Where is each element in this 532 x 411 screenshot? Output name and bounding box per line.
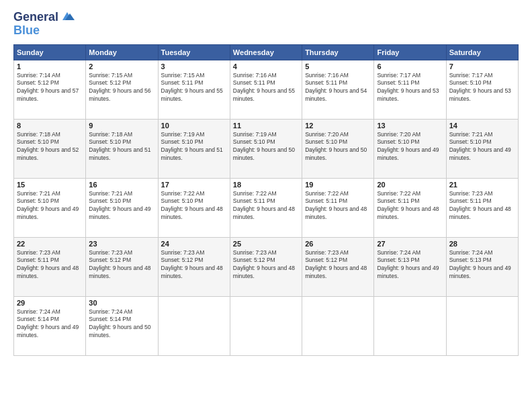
calendar-day-cell: 15Sunrise: 7:21 AMSunset: 5:10 PMDayligh… xyxy=(14,178,86,237)
day-number: 27 xyxy=(377,240,443,248)
calendar-header-row: SundayMondayTuesdayWednesdayThursdayFrid… xyxy=(14,44,519,60)
calendar-day-cell: 3Sunrise: 7:15 AMSunset: 5:11 PMDaylight… xyxy=(158,60,230,119)
day-number: 26 xyxy=(305,240,371,248)
calendar-header-sunday: Sunday xyxy=(14,44,86,60)
calendar-header-thursday: Thursday xyxy=(302,44,374,60)
calendar-table: SundayMondayTuesdayWednesdayThursdayFrid… xyxy=(13,44,519,356)
calendar-day-cell: 13Sunrise: 7:20 AMSunset: 5:10 PMDayligh… xyxy=(374,119,446,178)
calendar-day-cell: 16Sunrise: 7:21 AMSunset: 5:10 PMDayligh… xyxy=(86,178,158,237)
day-number: 9 xyxy=(89,122,154,130)
page: General Blue SundayMondayTuesdayWednesda… xyxy=(0,0,532,411)
day-number: 7 xyxy=(449,62,515,71)
day-number: 29 xyxy=(17,299,83,307)
day-detail: Sunrise: 7:22 AMSunset: 5:11 PMDaylight:… xyxy=(305,190,371,222)
day-number: 24 xyxy=(161,240,227,248)
calendar-day-cell: 20Sunrise: 7:22 AMSunset: 5:11 PMDayligh… xyxy=(374,178,446,237)
calendar-day-cell: 9Sunrise: 7:18 AMSunset: 5:10 PMDaylight… xyxy=(86,119,158,178)
calendar-day-cell xyxy=(230,296,302,355)
calendar-header-friday: Friday xyxy=(374,44,446,60)
calendar-day-cell: 30Sunrise: 7:24 AMSunset: 5:14 PMDayligh… xyxy=(86,296,158,355)
calendar-week-row: 1Sunrise: 7:14 AMSunset: 5:12 PMDaylight… xyxy=(14,60,519,119)
calendar-day-cell: 26Sunrise: 7:23 AMSunset: 5:12 PMDayligh… xyxy=(302,237,374,296)
calendar-day-cell: 27Sunrise: 7:24 AMSunset: 5:13 PMDayligh… xyxy=(374,237,446,296)
calendar-day-cell: 29Sunrise: 7:24 AMSunset: 5:14 PMDayligh… xyxy=(14,296,86,355)
calendar-day-cell: 14Sunrise: 7:21 AMSunset: 5:10 PMDayligh… xyxy=(446,119,518,178)
calendar-header-wednesday: Wednesday xyxy=(230,44,302,60)
day-number: 5 xyxy=(305,62,371,71)
calendar-day-cell: 22Sunrise: 7:23 AMSunset: 5:11 PMDayligh… xyxy=(14,237,86,296)
day-detail: Sunrise: 7:23 AMSunset: 5:12 PMDaylight:… xyxy=(89,249,154,281)
calendar-day-cell: 28Sunrise: 7:24 AMSunset: 5:13 PMDayligh… xyxy=(446,237,518,296)
day-number: 17 xyxy=(161,181,227,189)
logo-icon xyxy=(60,11,75,23)
calendar-header-saturday: Saturday xyxy=(446,44,518,60)
day-number: 23 xyxy=(89,240,154,248)
day-detail: Sunrise: 7:23 AMSunset: 5:12 PMDaylight:… xyxy=(233,249,299,281)
calendar-day-cell: 11Sunrise: 7:19 AMSunset: 5:10 PMDayligh… xyxy=(230,119,302,178)
day-detail: Sunrise: 7:21 AMSunset: 5:10 PMDaylight:… xyxy=(449,131,515,163)
calendar-day-cell: 7Sunrise: 7:17 AMSunset: 5:10 PMDaylight… xyxy=(446,60,518,119)
day-detail: Sunrise: 7:21 AMSunset: 5:10 PMDaylight:… xyxy=(89,190,154,222)
day-detail: Sunrise: 7:16 AMSunset: 5:11 PMDaylight:… xyxy=(305,72,371,104)
calendar-day-cell xyxy=(374,296,446,355)
day-number: 20 xyxy=(377,181,443,189)
day-number: 28 xyxy=(449,240,515,248)
day-detail: Sunrise: 7:21 AMSunset: 5:10 PMDaylight:… xyxy=(17,190,83,222)
day-number: 1 xyxy=(17,62,83,71)
calendar-day-cell: 25Sunrise: 7:23 AMSunset: 5:12 PMDayligh… xyxy=(230,237,302,296)
calendar-day-cell: 21Sunrise: 7:23 AMSunset: 5:11 PMDayligh… xyxy=(446,178,518,237)
calendar-day-cell: 8Sunrise: 7:18 AMSunset: 5:10 PMDaylight… xyxy=(14,119,86,178)
day-detail: Sunrise: 7:23 AMSunset: 5:12 PMDaylight:… xyxy=(305,249,371,281)
day-number: 11 xyxy=(233,122,299,130)
calendar-day-cell xyxy=(446,296,518,355)
calendar-day-cell: 10Sunrise: 7:19 AMSunset: 5:10 PMDayligh… xyxy=(158,119,230,178)
calendar-day-cell xyxy=(158,296,230,355)
calendar-day-cell: 24Sunrise: 7:23 AMSunset: 5:12 PMDayligh… xyxy=(158,237,230,296)
calendar-day-cell: 5Sunrise: 7:16 AMSunset: 5:11 PMDaylight… xyxy=(302,60,374,119)
day-detail: Sunrise: 7:18 AMSunset: 5:10 PMDaylight:… xyxy=(89,131,154,163)
logo-blue: Blue xyxy=(13,24,40,38)
day-detail: Sunrise: 7:23 AMSunset: 5:12 PMDaylight:… xyxy=(161,249,227,281)
calendar-week-row: 15Sunrise: 7:21 AMSunset: 5:10 PMDayligh… xyxy=(14,178,519,237)
day-number: 30 xyxy=(89,299,154,307)
day-detail: Sunrise: 7:17 AMSunset: 5:10 PMDaylight:… xyxy=(449,72,515,104)
calendar-day-cell: 6Sunrise: 7:17 AMSunset: 5:11 PMDaylight… xyxy=(374,60,446,119)
day-detail: Sunrise: 7:22 AMSunset: 5:11 PMDaylight:… xyxy=(233,190,299,222)
day-detail: Sunrise: 7:14 AMSunset: 5:12 PMDaylight:… xyxy=(17,72,83,104)
day-detail: Sunrise: 7:16 AMSunset: 5:11 PMDaylight:… xyxy=(233,72,299,104)
day-number: 21 xyxy=(449,181,515,189)
day-detail: Sunrise: 7:15 AMSunset: 5:12 PMDaylight:… xyxy=(89,72,154,104)
day-detail: Sunrise: 7:18 AMSunset: 5:10 PMDaylight:… xyxy=(17,131,83,163)
day-number: 2 xyxy=(89,62,154,71)
day-detail: Sunrise: 7:15 AMSunset: 5:11 PMDaylight:… xyxy=(161,72,227,104)
calendar-week-row: 22Sunrise: 7:23 AMSunset: 5:11 PMDayligh… xyxy=(14,237,519,296)
calendar-day-cell: 1Sunrise: 7:14 AMSunset: 5:12 PMDaylight… xyxy=(14,60,86,119)
logo: General Blue xyxy=(13,11,75,38)
calendar-week-row: 29Sunrise: 7:24 AMSunset: 5:14 PMDayligh… xyxy=(14,296,519,355)
calendar-day-cell xyxy=(302,296,374,355)
calendar-day-cell: 23Sunrise: 7:23 AMSunset: 5:12 PMDayligh… xyxy=(86,237,158,296)
day-detail: Sunrise: 7:20 AMSunset: 5:10 PMDaylight:… xyxy=(305,131,371,163)
day-number: 18 xyxy=(233,181,299,189)
calendar-day-cell: 19Sunrise: 7:22 AMSunset: 5:11 PMDayligh… xyxy=(302,178,374,237)
day-detail: Sunrise: 7:24 AMSunset: 5:14 PMDaylight:… xyxy=(89,308,154,340)
day-number: 15 xyxy=(17,181,83,189)
calendar-day-cell: 17Sunrise: 7:22 AMSunset: 5:10 PMDayligh… xyxy=(158,178,230,237)
day-detail: Sunrise: 7:23 AMSunset: 5:11 PMDaylight:… xyxy=(17,249,83,281)
day-number: 8 xyxy=(17,122,83,130)
day-number: 16 xyxy=(89,181,154,189)
day-number: 4 xyxy=(233,62,299,71)
day-detail: Sunrise: 7:19 AMSunset: 5:10 PMDaylight:… xyxy=(161,131,227,163)
day-detail: Sunrise: 7:23 AMSunset: 5:11 PMDaylight:… xyxy=(449,190,515,222)
calendar-day-cell: 2Sunrise: 7:15 AMSunset: 5:12 PMDaylight… xyxy=(86,60,158,119)
day-number: 22 xyxy=(17,240,83,248)
day-detail: Sunrise: 7:24 AMSunset: 5:13 PMDaylight:… xyxy=(449,249,515,281)
calendar-day-cell: 18Sunrise: 7:22 AMSunset: 5:11 PMDayligh… xyxy=(230,178,302,237)
day-number: 19 xyxy=(305,181,371,189)
day-detail: Sunrise: 7:22 AMSunset: 5:11 PMDaylight:… xyxy=(377,190,443,222)
calendar-header-tuesday: Tuesday xyxy=(158,44,230,60)
day-number: 25 xyxy=(233,240,299,248)
day-detail: Sunrise: 7:24 AMSunset: 5:13 PMDaylight:… xyxy=(377,249,443,281)
day-detail: Sunrise: 7:19 AMSunset: 5:10 PMDaylight:… xyxy=(233,131,299,163)
day-number: 10 xyxy=(161,122,227,130)
